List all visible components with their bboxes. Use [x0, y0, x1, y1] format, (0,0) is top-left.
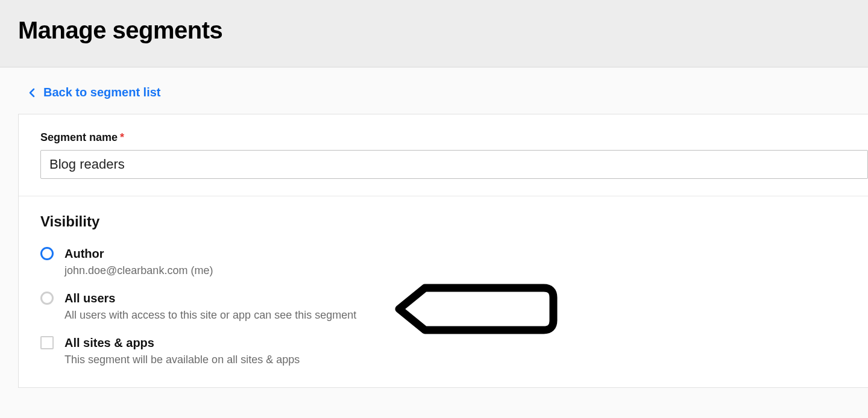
- visibility-option-all-users[interactable]: All users All users with access to this …: [40, 290, 868, 323]
- visibility-heading: Visibility: [40, 213, 868, 230]
- option-label: All sites & apps: [64, 335, 300, 351]
- visibility-option-author[interactable]: Author john.doe@clearbank.com (me): [40, 246, 868, 278]
- radio-icon: [40, 247, 54, 260]
- page-title: Manage segments: [18, 17, 850, 44]
- option-sublabel: This segment will be available on all si…: [64, 352, 300, 367]
- visibility-section: Visibility Author john.doe@clearbank.com…: [19, 196, 868, 387]
- option-label: All users: [64, 290, 356, 307]
- required-mark: *: [120, 131, 124, 143]
- option-sublabel: john.doe@clearbank.com (me): [64, 263, 213, 278]
- segment-name-input[interactable]: [40, 150, 868, 179]
- option-label: Author: [64, 246, 213, 262]
- visibility-option-all-sites[interactable]: All sites & apps This segment will be av…: [40, 335, 868, 367]
- segment-form-panel: Segment name* Visibility Author john.doe…: [18, 114, 868, 388]
- back-link-label: Back to segment list: [43, 86, 161, 99]
- option-sublabel: All users with access to this site or ap…: [64, 308, 356, 323]
- chevron-left-icon: [29, 88, 35, 98]
- page-header: Manage segments: [0, 0, 868, 67]
- segment-name-label: Segment name*: [40, 131, 868, 144]
- back-to-list-link[interactable]: Back to segment list: [0, 67, 161, 114]
- checkbox-icon: [40, 336, 54, 349]
- radio-icon: [40, 292, 54, 305]
- segment-name-section: Segment name*: [19, 114, 868, 196]
